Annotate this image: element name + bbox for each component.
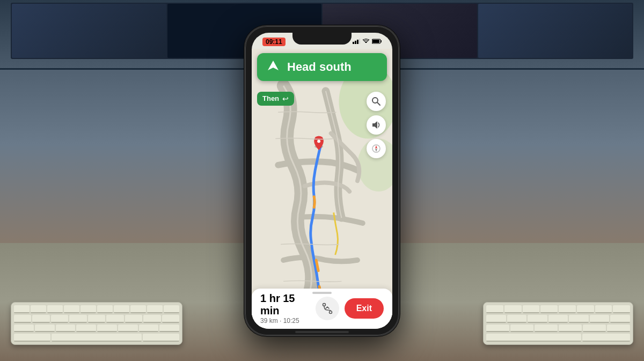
key — [52, 334, 142, 342]
key — [14, 315, 31, 323]
svg-rect-3 — [359, 39, 360, 44]
svg-rect-2 — [357, 40, 358, 44]
key — [97, 325, 117, 333]
power-button[interactable] — [399, 80, 400, 112]
key — [162, 315, 179, 323]
key — [164, 305, 179, 313]
key — [504, 305, 522, 313]
key — [607, 325, 630, 333]
monitor-panel-4 — [478, 4, 633, 58]
mute-button[interactable] — [244, 69, 245, 85]
key — [69, 315, 86, 323]
key — [32, 315, 49, 323]
svg-marker-18 — [375, 149, 377, 152]
key — [143, 315, 160, 323]
navigation-direction: Head south — [287, 60, 378, 74]
compass-button[interactable] — [367, 139, 386, 158]
key — [106, 315, 123, 323]
key — [548, 315, 568, 323]
then-label: Then — [262, 94, 279, 102]
key — [613, 305, 630, 313]
battery-icon — [372, 39, 382, 45]
svg-point-12 — [317, 139, 320, 143]
monitor-panel-1 — [12, 4, 166, 58]
svg-rect-1 — [355, 41, 356, 44]
panel-handle — [312, 292, 332, 294]
key — [535, 325, 558, 333]
key — [559, 305, 576, 313]
key — [595, 305, 612, 313]
phone-screen: 09:11 — [252, 33, 392, 329]
route-options-button[interactable] — [316, 297, 339, 320]
map-controls — [367, 92, 386, 158]
map-area[interactable]: Head south Then ↩ — [252, 49, 392, 329]
key — [139, 325, 159, 333]
key — [114, 305, 129, 313]
signal-icon — [353, 39, 360, 45]
wifi-icon — [362, 39, 370, 45]
key — [159, 325, 179, 333]
key — [147, 305, 163, 313]
key — [56, 325, 76, 333]
direction-arrow-icon — [266, 60, 281, 75]
key — [130, 305, 146, 313]
svg-rect-0 — [353, 42, 354, 44]
svg-rect-6 — [372, 40, 379, 43]
key — [125, 315, 142, 323]
key — [97, 305, 113, 313]
phone-body: 09:11 — [244, 25, 400, 336]
volume-down-button[interactable] — [244, 123, 245, 150]
key — [610, 315, 630, 323]
then-banner[interactable]: Then ↩ — [257, 92, 294, 106]
key — [31, 305, 46, 313]
travel-time-main: 1 hr 15 min — [260, 292, 316, 317]
key — [528, 315, 547, 323]
key — [577, 305, 594, 313]
svg-marker-17 — [375, 145, 377, 149]
home-indicator[interactable] — [295, 331, 349, 333]
key — [88, 315, 105, 323]
status-time: 09:11 — [262, 38, 286, 46]
key — [143, 334, 179, 342]
key — [14, 334, 50, 342]
key — [486, 305, 503, 313]
map-svg — [252, 49, 392, 329]
travel-time-container: 1 hr 15 min 39 km · 10:25 — [260, 292, 316, 325]
key — [76, 325, 96, 333]
svg-rect-5 — [381, 40, 382, 42]
key — [583, 325, 606, 333]
notch — [292, 33, 352, 45]
key — [51, 315, 68, 323]
key — [64, 305, 79, 313]
navigation-banner[interactable]: Head south — [257, 53, 387, 81]
key — [486, 334, 581, 342]
key — [510, 325, 533, 333]
key — [523, 305, 540, 313]
svg-line-14 — [377, 102, 380, 105]
key — [569, 315, 589, 323]
keyboard-left — [11, 302, 182, 345]
then-turn-icon: ↩ — [282, 94, 289, 103]
key — [582, 334, 630, 342]
search-button[interactable] — [367, 92, 386, 111]
key — [486, 315, 506, 323]
key — [590, 315, 610, 323]
exit-button[interactable]: Exit — [345, 298, 384, 319]
phone-wrapper: 09:11 — [244, 25, 400, 336]
audio-button[interactable] — [367, 115, 386, 135]
key — [486, 325, 509, 333]
keyboard-right — [483, 302, 633, 345]
key — [80, 305, 96, 313]
status-icons — [353, 39, 382, 45]
volume-up-button[interactable] — [244, 91, 245, 117]
key — [559, 325, 582, 333]
svg-marker-15 — [372, 121, 377, 129]
key — [47, 305, 63, 313]
key — [14, 325, 34, 333]
key — [540, 305, 558, 313]
key — [35, 325, 55, 333]
key — [14, 305, 30, 313]
key — [118, 325, 138, 333]
bottom-actions: Exit — [316, 297, 384, 320]
bottom-panel: 1 hr 15 min 39 km · 10:25 Exit — [252, 289, 392, 329]
